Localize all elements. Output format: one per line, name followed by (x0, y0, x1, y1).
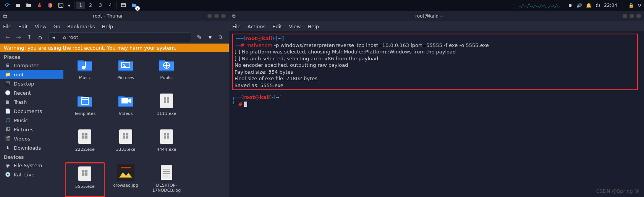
thunar-menu-item[interactable]: Help (102, 24, 113, 29)
workspace-button[interactable]: 3 (96, 2, 105, 9)
file-item[interactable]: Public (147, 55, 187, 90)
sidebar-item-root[interactable]: 📁root (0, 70, 63, 79)
terminal-launch-icon[interactable] (56, 1, 66, 10)
svg-rect-17 (167, 100, 169, 103)
terminal-menu-item[interactable]: View (289, 24, 301, 29)
svg-rect-39 (121, 167, 131, 168)
file-item[interactable]: 3333.exe (106, 126, 146, 161)
panel-separator (74, 2, 74, 9)
svg-rect-18 (78, 129, 91, 144)
thunar-menu-item[interactable]: View (35, 24, 47, 29)
sidebar-item-desktop[interactable]: 🗔Desktop (0, 79, 63, 88)
panel-app-icon[interactable] (13, 1, 23, 10)
svg-rect-16 (164, 100, 166, 103)
file-item[interactable]: 1111.exe (147, 90, 187, 126)
svg-rect-13 (160, 94, 173, 108)
file-label: 1111.exe (157, 111, 176, 116)
svg-rect-26 (123, 136, 125, 139)
record-icon[interactable]: ⏺ (568, 3, 573, 8)
file-item[interactable]: DESKTOP-17NQDCB.log (147, 162, 187, 197)
sidebar-item-computer[interactable]: 🖥Computer (0, 61, 63, 70)
sidebar-item-videos[interactable]: 🎬Videos (0, 134, 63, 143)
terminal-body[interactable]: ┌──(root㉿kali)-[~]└─# msfvenom -p window… (229, 31, 644, 197)
search-icon[interactable] (216, 32, 226, 42)
path-dropdown-icon[interactable]: ▾ (205, 32, 215, 42)
thunar-menu-item[interactable]: Bookmarks (67, 24, 95, 29)
svg-rect-14 (164, 97, 166, 100)
file-item[interactable]: Videos (106, 90, 146, 126)
file-item[interactable]: Pictures (106, 55, 146, 90)
desktop-area: 🗀 root - Thunar FileEditViewGoBookmarksH… (0, 11, 644, 197)
file-item[interactable]: 5555.exe (65, 162, 105, 197)
terminal-menu-item[interactable]: Help (307, 24, 319, 29)
thunar-menu-item[interactable]: Edit (18, 24, 28, 29)
close-button[interactable] (636, 14, 641, 18)
file-item[interactable]: 4444.exe (147, 126, 187, 161)
thunar-menu-item[interactable]: File (3, 24, 11, 29)
download-icon: ⬇ (5, 145, 11, 151)
trash-icon: 🗑 (5, 99, 11, 105)
thunar-title: root - Thunar (11, 13, 205, 19)
edit-path-icon[interactable]: ✎ (194, 32, 204, 42)
sidebar-item-kali-live[interactable]: 💿Kali Live (0, 170, 63, 179)
svg-rect-15 (167, 97, 169, 100)
terminal-menu-item[interactable]: Edit (272, 24, 282, 29)
file-item[interactable]: Templates (65, 90, 105, 126)
svg-rect-24 (123, 133, 125, 136)
svg-rect-31 (164, 136, 166, 139)
minimize-button[interactable] (623, 14, 627, 18)
up-button[interactable]: ↑ (24, 32, 34, 42)
cherrytree-icon[interactable] (34, 1, 44, 10)
show-desktop-icon[interactable] (118, 1, 128, 10)
terminal-window: ⧉ root@kali: ~ FileActionsEditViewHelp ┌… (229, 11, 644, 197)
sidebar-item-trash[interactable]: 🗑Trash (0, 97, 63, 107)
file-item[interactable]: crowsec.jpg (106, 162, 146, 197)
close-button[interactable] (221, 14, 226, 18)
minimize-button[interactable] (207, 14, 212, 18)
sidebar-item-music[interactable]: 🎵Music (0, 116, 63, 125)
file-label: crowsec.jpg (113, 183, 138, 188)
power-icon[interactable]: ⏻ (595, 3, 600, 8)
folder-icon (76, 56, 94, 74)
file-grid[interactable]: MusicPicturesPublicTemplatesVideos1111.e… (63, 52, 229, 197)
folder-icon: 📁 (5, 71, 11, 78)
sidebar-item-pictures[interactable]: 🖼Pictures (0, 125, 63, 134)
path-segment-root[interactable]: ⌂ root (59, 33, 82, 42)
thunar-titlebar[interactable]: 🗀 root - Thunar (0, 11, 229, 21)
forward-button[interactable]: → (14, 32, 24, 42)
sidebar-item-label: Videos (14, 136, 30, 142)
home-button[interactable]: ⌂ (35, 32, 45, 42)
terminal-dropdown-icon[interactable]: ▾ (66, 1, 72, 10)
workspace-button[interactable]: 4 (106, 2, 115, 9)
path-segment-left-icon[interactable]: ◂ (49, 33, 59, 42)
firefox-icon[interactable] (45, 1, 55, 10)
notifications-icon[interactable]: 🔔 (586, 3, 592, 8)
lock-icon[interactable]: 🔒 (628, 3, 634, 8)
sidebar-item-downloads[interactable]: ⬇Downloads (0, 143, 63, 152)
sidebar-item-file-system[interactable]: ◉File System (0, 161, 63, 170)
files-icon[interactable] (24, 1, 34, 10)
kali-menu-icon[interactable] (2, 1, 12, 10)
exe-icon (117, 128, 134, 145)
terminal-menu-item[interactable]: File (232, 24, 241, 29)
back-button[interactable]: ← (3, 32, 13, 42)
image-icon (117, 164, 134, 181)
path-bar[interactable]: ◂ ⌂ root (48, 32, 191, 42)
volume-icon[interactable]: 🔊 (576, 3, 582, 8)
file-item[interactable]: 2222.exe (65, 126, 105, 161)
sidebar-item-documents[interactable]: 📄Documents (0, 107, 63, 116)
taskbar-thunar-icon[interactable]: 2 (129, 1, 139, 10)
terminal-titlebar[interactable]: ⧉ root@kali: ~ (229, 11, 644, 21)
terminal-menu-item[interactable]: Actions (248, 24, 266, 29)
workspace-button[interactable]: 1 (76, 2, 85, 9)
maximize-button[interactable] (629, 14, 634, 18)
clock-text[interactable]: 22:04 (604, 3, 617, 8)
thunar-menu-item[interactable]: Go (53, 24, 60, 29)
session-icon[interactable]: ⟳ (638, 3, 642, 8)
panel-separator (117, 2, 117, 9)
file-item[interactable]: Music (65, 55, 105, 90)
workspace-button[interactable]: 2 (86, 2, 95, 9)
maximize-button[interactable] (214, 14, 219, 18)
doc-icon: 📄 (5, 108, 11, 114)
sidebar-item-recent[interactable]: 🕓Recent (0, 88, 63, 97)
